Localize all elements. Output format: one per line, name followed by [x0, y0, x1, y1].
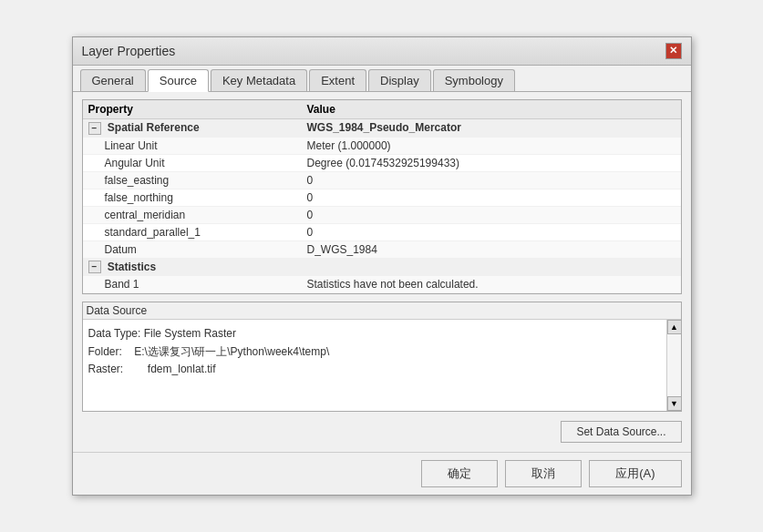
datasource-content: Data Type: File System Raster Folder: E:…: [83, 320, 681, 411]
linear-unit-value: Meter (1.000000): [302, 137, 681, 154]
properties-section: Property Value − Spatial Reference WGS_1…: [82, 99, 682, 295]
title-bar: Layer Properties ✕: [73, 37, 691, 66]
scroll-up-arrow[interactable]: ▲: [667, 320, 682, 334]
cancel-button[interactable]: 取消: [505, 460, 582, 487]
spatial-ref-label: Spatial Reference: [108, 121, 200, 134]
scroll-track[interactable]: [667, 334, 681, 396]
raster-label: Raster:: [88, 363, 124, 375]
table-row: Linear Unit Meter (1.000000): [83, 137, 681, 154]
table-row: Angular Unit Degree (0.0174532925199433): [83, 154, 681, 171]
central-meridian-label: central_meridian: [83, 206, 302, 223]
tab-general[interactable]: General: [80, 69, 146, 91]
tab-source[interactable]: Source: [148, 69, 209, 92]
table-row: false_northing 0: [83, 189, 681, 206]
datum-label: Datum: [83, 240, 302, 258]
datasource-text: Data Type: File System Raster Folder: E:…: [88, 325, 663, 378]
layer-properties-dialog: Layer Properties ✕ General Source Key Me…: [72, 36, 692, 496]
table-row: Datum D_WGS_1984: [83, 240, 681, 258]
false-northing-value: 0: [302, 189, 681, 206]
table-row: Band 1 Statistics have not been calculat…: [83, 276, 681, 293]
datasource-section: Data Source Data Type: File System Raste…: [82, 302, 682, 412]
raster-value: fdem_lonlat.tif: [148, 363, 216, 375]
spatial-reference-section: − Spatial Reference WGS_1984_Pseudo_Merc…: [83, 119, 681, 137]
properties-scroll[interactable]: − Spatial Reference WGS_1984_Pseudo_Merc…: [83, 119, 681, 294]
property-col-header: Property: [88, 103, 307, 116]
table-row: false_easting 0: [83, 171, 681, 189]
dialog-footer: 确定 取消 应用(A): [73, 452, 691, 495]
datasource-label: Data Source: [83, 302, 681, 320]
scroll-down-arrow[interactable]: ▼: [667, 396, 682, 411]
band1-label: Band 1: [83, 276, 302, 293]
set-datasource-row: Set Data Source...: [82, 419, 682, 445]
table-row: central_meridian 0: [83, 206, 681, 223]
false-easting-value: 0: [302, 171, 681, 189]
central-meridian-value: 0: [302, 206, 681, 223]
tab-extent[interactable]: Extent: [309, 69, 366, 91]
false-easting-label: false_easting: [83, 171, 302, 189]
tab-display[interactable]: Display: [368, 69, 431, 91]
standard-parallel-label: standard_parallel_1: [83, 223, 302, 240]
datasource-body: Data Type: File System Raster Folder: E:…: [83, 320, 681, 411]
datum-value: D_WGS_1984: [302, 240, 681, 258]
data-type-value: File System Raster: [144, 327, 236, 340]
folder-value: E:\选课复习\研一上\Python\week4\temp\: [134, 345, 329, 358]
false-northing-label: false_northing: [83, 189, 302, 206]
apply-button[interactable]: 应用(A): [589, 460, 681, 487]
tab-bar: General Source Key Metadata Extent Displ…: [73, 66, 691, 92]
properties-header: Property Value: [83, 100, 681, 119]
statistics-toggle[interactable]: −: [88, 261, 101, 273]
folder-label: Folder:: [88, 345, 122, 358]
dialog-title: Layer Properties: [82, 44, 176, 58]
linear-unit-label: Linear Unit: [83, 137, 302, 154]
data-type-label: Data Type:: [88, 327, 141, 340]
ok-button[interactable]: 确定: [421, 460, 498, 487]
value-col-header: Value: [307, 103, 675, 116]
statistics-section: − Statistics: [83, 258, 681, 276]
table-row: standard_parallel_1 0: [83, 223, 681, 240]
statistics-label: Statistics: [108, 261, 156, 273]
tab-key-metadata[interactable]: Key Metadata: [211, 69, 307, 91]
set-datasource-button[interactable]: Set Data Source...: [561, 421, 681, 443]
band1-value: Statistics have not been calculated.: [302, 276, 681, 293]
properties-table: − Spatial Reference WGS_1984_Pseudo_Merc…: [83, 119, 681, 294]
standard-parallel-value: 0: [302, 223, 681, 240]
angular-unit-label: Angular Unit: [83, 154, 302, 171]
close-button[interactable]: ✕: [665, 43, 682, 59]
angular-unit-value: Degree (0.0174532925199433): [302, 154, 681, 171]
spatial-ref-value: WGS_1984_Pseudo_Mercator: [302, 119, 681, 137]
spatial-ref-toggle[interactable]: −: [88, 122, 101, 135]
datasource-scrollbar[interactable]: ▲ ▼: [666, 320, 681, 411]
tab-symbology[interactable]: Symbology: [433, 69, 515, 91]
tab-content: Property Value − Spatial Reference WGS_1…: [73, 92, 691, 453]
